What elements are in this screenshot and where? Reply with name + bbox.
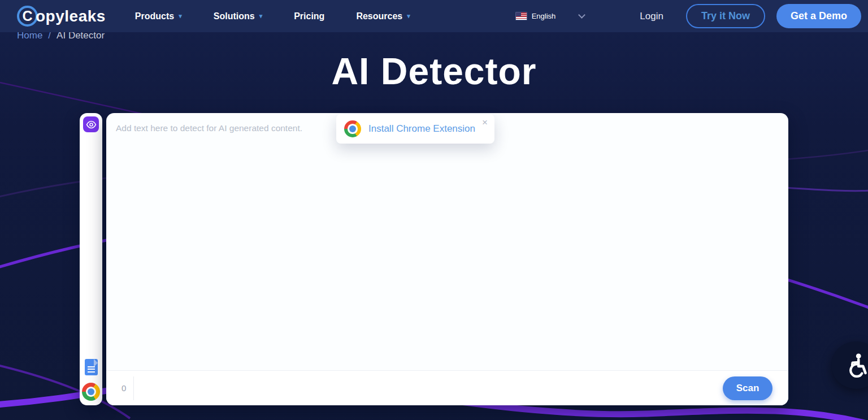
us-flag-icon (516, 12, 527, 20)
nav-item-label: Resources (356, 11, 402, 21)
text-input-area[interactable] (106, 113, 788, 370)
try-it-now-button[interactable]: Try it Now (686, 4, 765, 28)
nav-item-solutions[interactable]: Solutions ▾ (214, 11, 262, 21)
scan-button[interactable]: Scan (723, 376, 772, 400)
language-chevron-down-icon[interactable] (578, 11, 585, 19)
nav-item-label: Solutions (214, 11, 255, 21)
nav-item-pricing[interactable]: Pricing (294, 11, 324, 21)
copyleaks-logo[interactable]: C opyleaks (17, 6, 106, 27)
chevron-down-icon: ▾ (407, 13, 410, 19)
nav-right-group: English Login Try it Now Get a Demo (516, 4, 861, 28)
nav-item-products[interactable]: Products ▾ (135, 11, 182, 21)
nav-item-resources[interactable]: Resources ▾ (356, 11, 410, 21)
top-nav: C opyleaks Products ▾ Solutions ▾ Pricin… (0, 0, 868, 32)
chrome-extension-popup: Install Chrome Extension × (336, 114, 494, 144)
eye-icon (86, 119, 97, 130)
get-a-demo-button[interactable]: Get a Demo (776, 4, 861, 28)
page-title: AI Detector (0, 50, 868, 93)
editor-side-toolbar (80, 113, 102, 405)
copyleaks-logo-icon: C (17, 6, 38, 27)
install-chrome-extension-link[interactable]: Install Chrome Extension (368, 123, 475, 135)
google-docs-icon[interactable] (85, 359, 98, 375)
wheelchair-accessibility-icon (843, 352, 868, 378)
preview-eye-button[interactable] (83, 116, 99, 132)
ai-detector-editor-panel: 0 Scan (106, 113, 788, 405)
character-count: 0 (114, 383, 133, 393)
close-icon[interactable]: × (480, 116, 489, 129)
chevron-down-icon: ▾ (179, 13, 182, 19)
chrome-icon (344, 120, 361, 137)
language-selector-label[interactable]: English (532, 12, 556, 20)
footer-divider (133, 376, 134, 400)
editor-footer: 0 Scan (106, 370, 788, 405)
chevron-down-icon: ▾ (259, 13, 263, 19)
nav-menu: Products ▾ Solutions ▾ Pricing Resources… (135, 11, 410, 21)
logo-letter: C (22, 9, 32, 23)
nav-item-label: Products (135, 11, 174, 21)
nav-item-label: Pricing (294, 11, 324, 21)
logo-text: opyleaks (36, 7, 106, 25)
chrome-icon[interactable] (82, 383, 100, 401)
login-link[interactable]: Login (640, 11, 663, 22)
